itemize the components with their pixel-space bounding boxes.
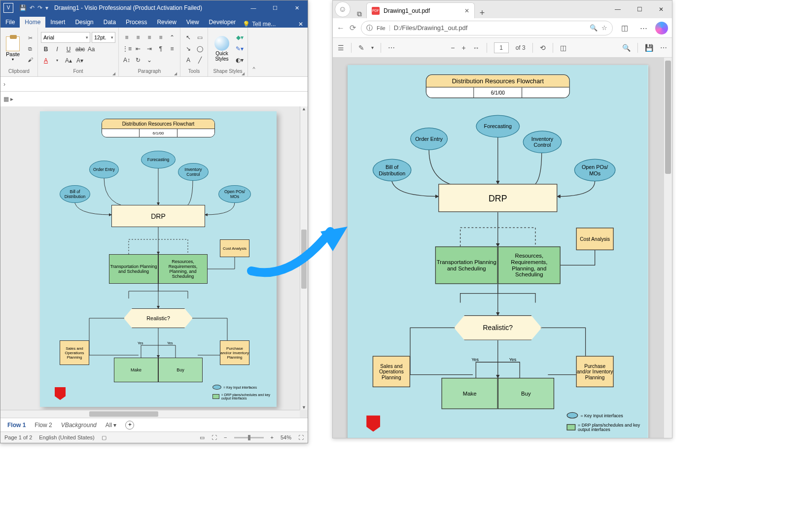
- node-realistic[interactable]: Realistic?: [124, 308, 193, 328]
- rotate-text-button[interactable]: ↻: [133, 55, 143, 65]
- node-sales-operations[interactable]: Sales and Operations Planning: [60, 340, 89, 365]
- node-cost-analysis[interactable]: Cost Analysis: [220, 239, 249, 257]
- more-settings-icon[interactable]: ⋯: [660, 44, 667, 52]
- tab-home[interactable]: Home: [20, 17, 45, 28]
- more-icon[interactable]: ⋯: [388, 44, 395, 52]
- page-tab-all[interactable]: All ▾: [106, 422, 117, 429]
- qat-dropdown-icon[interactable]: ▾: [45, 4, 48, 11]
- node-buy[interactable]: Buy: [158, 358, 203, 382]
- node-resources[interactable]: Resources, Requirements, Planning, and S…: [158, 254, 208, 284]
- italic-button[interactable]: I: [52, 44, 62, 54]
- zoom-in-icon[interactable]: +: [271, 434, 274, 440]
- align-right-button[interactable]: ≡: [144, 33, 154, 42]
- save-icon[interactable]: 💾: [19, 4, 27, 11]
- fit-width-icon[interactable]: ↔: [473, 44, 480, 52]
- page-input[interactable]: 1: [494, 42, 509, 53]
- text-tool-icon[interactable]: A: [183, 55, 193, 65]
- language-indicator[interactable]: English (United States): [39, 434, 95, 440]
- line-button[interactable]: ✎▾: [235, 44, 245, 54]
- highlight-icon[interactable]: ✎: [358, 44, 364, 52]
- presentation-mode-icon[interactable]: ▭: [200, 434, 205, 441]
- align-center-button[interactable]: ≡: [133, 33, 143, 42]
- favorite-icon[interactable]: ☆: [601, 24, 607, 32]
- align-bottom-button[interactable]: ⌄: [144, 55, 154, 65]
- site-info-icon[interactable]: ⓘ: [366, 24, 373, 33]
- grow-font-button[interactable]: A▴: [64, 56, 73, 66]
- align-top-button[interactable]: ⌃: [167, 33, 177, 42]
- scroll-thumb[interactable]: [665, 61, 671, 174]
- new-tab-button[interactable]: +: [475, 8, 490, 18]
- quick-styles-button[interactable]: Quick Styles: [211, 36, 233, 62]
- decrease-indent-button[interactable]: ⇤: [133, 44, 143, 54]
- paragraph-spacing-button[interactable]: ¶: [156, 44, 166, 54]
- node-transportation[interactable]: Transportation Planning and Scheduling: [109, 254, 158, 284]
- undo-icon[interactable]: ↶: [30, 4, 35, 11]
- save-icon[interactable]: 💾: [645, 44, 653, 52]
- align-middle-button[interactable]: ≡: [167, 44, 177, 54]
- zoom-icon[interactable]: 🔍: [590, 24, 598, 32]
- node-drp[interactable]: DRP: [111, 205, 205, 227]
- profile-icon[interactable]: ☺: [335, 1, 351, 17]
- close-tab-icon[interactable]: ✕: [464, 7, 469, 14]
- shrink-font-button[interactable]: A▾: [75, 56, 85, 66]
- change-case-button[interactable]: Aa: [86, 44, 96, 54]
- tab-process[interactable]: Process: [121, 17, 152, 28]
- node-inventory-control[interactable]: Inventory Control: [178, 163, 209, 181]
- vertical-scrollbar[interactable]: [664, 58, 672, 438]
- format-painter-icon[interactable]: 🖌: [26, 55, 35, 64]
- refresh-icon[interactable]: ⟳: [350, 23, 356, 33]
- close-document-button[interactable]: ✕: [294, 21, 308, 28]
- tab-review[interactable]: Review: [152, 17, 181, 28]
- maximize-button[interactable]: ☐: [264, 0, 286, 15]
- tab-design[interactable]: Design: [70, 17, 98, 28]
- zoom-slider[interactable]: [234, 437, 264, 438]
- line-tool-icon[interactable]: ╱: [195, 55, 205, 65]
- bullets-button[interactable]: ⋮≡: [122, 44, 132, 54]
- pdf-viewport[interactable]: Distribution Resources Flowchart 6/1/00 …: [333, 58, 672, 438]
- zoom-out-icon[interactable]: −: [451, 44, 455, 52]
- collapse-ribbon-icon[interactable]: ^: [248, 28, 260, 76]
- tab-actions-icon[interactable]: ⧉: [352, 10, 366, 18]
- node-bill-of-distribution[interactable]: Bill of Distribution: [60, 185, 90, 203]
- strikethrough-button[interactable]: abc: [75, 44, 85, 54]
- address-bar[interactable]: ⓘ File D:/Files/Drawing1_out.pdf 🔍 ☆: [361, 21, 613, 35]
- browser-tab[interactable]: PDF Drawing1_out.pdf ✕: [366, 2, 475, 18]
- fit-page-icon[interactable]: ⛶: [298, 434, 304, 440]
- text-direction-button[interactable]: A↕: [122, 55, 132, 65]
- vertical-scrollbar[interactable]: ▲▼: [300, 106, 308, 410]
- node-make[interactable]: Make: [114, 358, 158, 382]
- tab-view[interactable]: View: [181, 17, 204, 28]
- cut-icon[interactable]: ✂: [26, 33, 35, 42]
- zoom-out-icon[interactable]: −: [224, 434, 227, 440]
- underline-button[interactable]: U: [64, 44, 73, 54]
- ellipse-tool-icon[interactable]: ◯: [195, 44, 205, 54]
- node-purchase-planning[interactable]: Purchase and/or Inventory Planning: [220, 340, 249, 365]
- drawing-page[interactable]: Distribution Resources Flowchart 6/1/00 …: [40, 111, 277, 407]
- font-color-button[interactable]: A: [41, 56, 51, 66]
- copy-icon[interactable]: ⧉: [26, 44, 35, 53]
- node-open-pos-mos[interactable]: Open POs/ MOs: [218, 185, 251, 203]
- font-name-combo[interactable]: Arial: [41, 32, 90, 43]
- shapes-pane-icon[interactable]: ▦ ▸: [3, 96, 13, 102]
- page-tab-vbackground[interactable]: VBackground: [61, 422, 97, 429]
- zoom-in-icon[interactable]: +: [462, 44, 466, 52]
- maximize-button[interactable]: ☐: [629, 0, 650, 18]
- rotate-icon[interactable]: ⟲: [540, 44, 546, 52]
- minimize-button[interactable]: —: [607, 0, 629, 18]
- align-justify-button[interactable]: ≡: [156, 33, 166, 42]
- page-tab-flow1[interactable]: Flow 1: [7, 422, 26, 429]
- redo-icon[interactable]: ↷: [37, 4, 42, 11]
- node-order-entry[interactable]: Order Entry: [89, 161, 119, 178]
- tab-data[interactable]: Data: [99, 17, 121, 28]
- settings-menu-icon[interactable]: ⋯: [636, 24, 650, 33]
- tell-me[interactable]: 💡Tell me...: [243, 21, 276, 28]
- increase-indent-button[interactable]: ⇥: [144, 44, 154, 54]
- tab-developer[interactable]: Developer: [204, 17, 241, 28]
- font-size-combo[interactable]: 12pt.: [92, 32, 115, 43]
- page-view-icon[interactable]: ◫: [560, 44, 566, 52]
- dialog-launcher-icon[interactable]: ◢: [174, 71, 177, 76]
- contents-icon[interactable]: ☰: [338, 44, 344, 52]
- horizontal-scrollbar[interactable]: [0, 410, 300, 418]
- dialog-launcher-icon[interactable]: ◢: [112, 71, 115, 76]
- search-icon[interactable]: 🔍: [622, 44, 631, 52]
